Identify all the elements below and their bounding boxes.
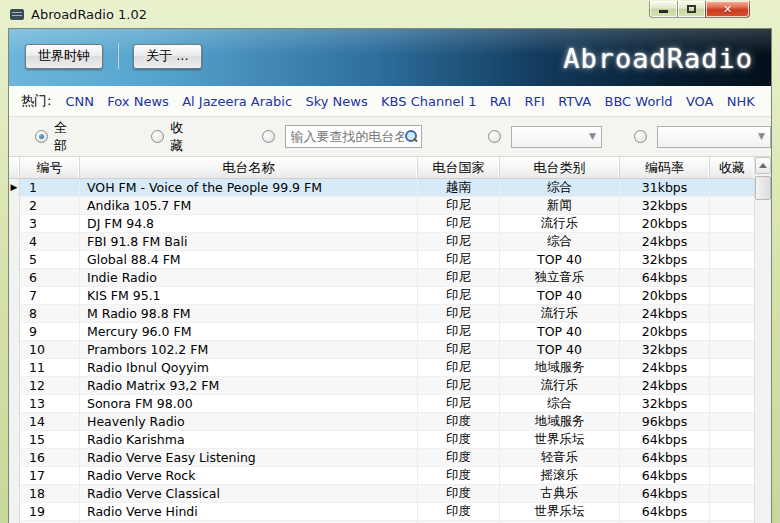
cell-bitrate[interactable]: 24kbps <box>620 359 710 377</box>
cell-country[interactable]: 印尼 <box>418 269 500 287</box>
cell-country[interactable]: 印尼 <box>418 359 500 377</box>
cell-favorite[interactable] <box>710 215 754 233</box>
cell-category[interactable]: TOP 40 <box>500 287 620 305</box>
cell-category[interactable]: 新闻 <box>500 197 620 215</box>
row-selector-cell[interactable] <box>9 215 20 233</box>
cell-station-name[interactable]: FBI 91.8 FM Bali <box>80 233 418 251</box>
cell-category[interactable]: 古典乐 <box>500 485 620 503</box>
cell-country[interactable]: 印度 <box>418 449 500 467</box>
cell-id[interactable]: 18 <box>20 485 80 503</box>
row-selector-cell[interactable] <box>9 395 20 413</box>
about-button[interactable]: 关于 ... <box>133 44 202 69</box>
cell-favorite[interactable] <box>710 467 754 485</box>
cell-bitrate[interactable]: 64kbps <box>620 485 710 503</box>
cell-bitrate[interactable]: 64kbps <box>620 467 710 485</box>
table-row[interactable]: ▶ 1 VOH FM - Voice of the People 99.9 FM… <box>9 179 754 197</box>
cell-category[interactable]: 综合 <box>500 395 620 413</box>
row-selector-cell[interactable] <box>9 269 20 287</box>
hot-link-rtva[interactable]: RTVA <box>558 94 591 109</box>
vertical-scrollbar[interactable] <box>754 157 771 523</box>
cell-id[interactable]: 7 <box>20 287 80 305</box>
cell-bitrate[interactable]: 32kbps <box>620 251 710 269</box>
cell-favorite[interactable] <box>710 179 754 197</box>
cell-id[interactable]: 9 <box>20 323 80 341</box>
table-row[interactable]: 16 Radio Verve Easy Listening 印度 轻音乐 64k… <box>9 449 754 467</box>
cell-id[interactable]: 14 <box>20 413 80 431</box>
cell-category[interactable]: 轻音乐 <box>500 449 620 467</box>
cell-station-name[interactable]: Radio Verve Hindi <box>80 503 418 521</box>
cell-id[interactable]: 11 <box>20 359 80 377</box>
cell-bitrate[interactable]: 64kbps <box>620 431 710 449</box>
cell-country[interactable]: 印尼 <box>418 323 500 341</box>
cell-country[interactable]: 印尼 <box>418 377 500 395</box>
table-row[interactable]: 5 Global 88.4 FM 印尼 TOP 40 32kbps <box>9 251 754 269</box>
cell-bitrate[interactable]: 20kbps <box>620 215 710 233</box>
cell-favorite[interactable] <box>710 305 754 323</box>
scrollbar-up-button[interactable] <box>755 157 771 174</box>
cell-favorite[interactable] <box>710 323 754 341</box>
row-selector-cell[interactable] <box>9 503 20 521</box>
table-row[interactable]: 18 Radio Verve Classical 印度 古典乐 64kbps <box>9 485 754 503</box>
row-selector-cell[interactable] <box>9 467 20 485</box>
hot-link-nhk[interactable]: NHK <box>727 94 755 109</box>
cell-id[interactable]: 19 <box>20 503 80 521</box>
cell-country[interactable]: 印尼 <box>418 305 500 323</box>
cell-bitrate[interactable]: 32kbps <box>620 341 710 359</box>
cell-id[interactable]: 15 <box>20 431 80 449</box>
table-row[interactable]: 7 KIS FM 95.1 印尼 TOP 40 20kbps <box>9 287 754 305</box>
cell-favorite[interactable] <box>710 431 754 449</box>
row-selector-cell[interactable]: ▶ <box>9 179 20 197</box>
table-row[interactable]: 17 Radio Verve Rock 印度 摇滚乐 64kbps <box>9 467 754 485</box>
table-row[interactable]: 13 Sonora FM 98.00 印尼 综合 32kbps <box>9 395 754 413</box>
cell-country[interactable]: 印度 <box>418 467 500 485</box>
row-selector-cell[interactable] <box>9 485 20 503</box>
cell-category[interactable]: 流行乐 <box>500 377 620 395</box>
close-button[interactable]: ✕ <box>705 1 750 18</box>
cell-favorite[interactable] <box>710 197 754 215</box>
cell-country[interactable]: 印尼 <box>418 341 500 359</box>
table-row[interactable]: 15 Radio Karishma 印度 世界乐坛 64kbps <box>9 431 754 449</box>
cell-bitrate[interactable]: 64kbps <box>620 449 710 467</box>
row-selector-cell[interactable] <box>9 341 20 359</box>
radio-category-filter[interactable] <box>634 130 647 143</box>
cell-country[interactable]: 越南 <box>418 179 500 197</box>
cell-category[interactable]: 流行乐 <box>500 215 620 233</box>
cell-station-name[interactable]: M Radio 98.8 FM <box>80 305 418 323</box>
table-row[interactable]: 2 Andika 105.7 FM 印尼 新闻 32kbps <box>9 197 754 215</box>
cell-country[interactable]: 印尼 <box>418 251 500 269</box>
cell-bitrate[interactable]: 24kbps <box>620 305 710 323</box>
radio-search[interactable] <box>262 130 275 143</box>
table-row[interactable]: 19 Radio Verve Hindi 印度 世界乐坛 64kbps <box>9 503 754 521</box>
cell-id[interactable]: 3 <box>20 215 80 233</box>
cell-country[interactable]: 印度 <box>418 503 500 521</box>
cell-bitrate[interactable]: 96kbps <box>620 413 710 431</box>
cell-bitrate[interactable]: 31kbps <box>620 179 710 197</box>
cell-bitrate[interactable]: 20kbps <box>620 287 710 305</box>
filter-all-option[interactable]: 全部 <box>35 119 73 155</box>
cell-station-name[interactable]: Andika 105.7 FM <box>80 197 418 215</box>
cell-favorite[interactable] <box>710 377 754 395</box>
cell-favorite[interactable] <box>710 413 754 431</box>
cell-category[interactable]: TOP 40 <box>500 341 620 359</box>
cell-id[interactable]: 12 <box>20 377 80 395</box>
cell-id[interactable]: 6 <box>20 269 80 287</box>
radio-country-filter[interactable] <box>488 130 501 143</box>
cell-favorite[interactable] <box>710 341 754 359</box>
header-category[interactable]: 电台类别 <box>500 157 620 178</box>
hot-link-fox-news[interactable]: Fox News <box>107 94 169 109</box>
row-selector-cell[interactable] <box>9 359 20 377</box>
table-row[interactable]: 9 Mercury 96.0 FM 印尼 TOP 40 20kbps <box>9 323 754 341</box>
cell-station-name[interactable]: Mercury 96.0 FM <box>80 323 418 341</box>
cell-category[interactable]: 世界乐坛 <box>500 503 620 521</box>
row-selector-cell[interactable] <box>9 305 20 323</box>
cell-station-name[interactable]: Radio Karishma <box>80 431 418 449</box>
cell-favorite[interactable] <box>710 359 754 377</box>
cell-bitrate[interactable]: 32kbps <box>620 395 710 413</box>
table-row[interactable]: 6 Indie Radio 印尼 独立音乐 64kbps <box>9 269 754 287</box>
hot-link-bbc-world[interactable]: BBC World <box>604 94 672 109</box>
row-selector-cell[interactable] <box>9 197 20 215</box>
cell-category[interactable]: TOP 40 <box>500 323 620 341</box>
cell-bitrate[interactable]: 24kbps <box>620 377 710 395</box>
cell-station-name[interactable]: Radio Ibnul Qoyyim <box>80 359 418 377</box>
cell-favorite[interactable] <box>710 485 754 503</box>
